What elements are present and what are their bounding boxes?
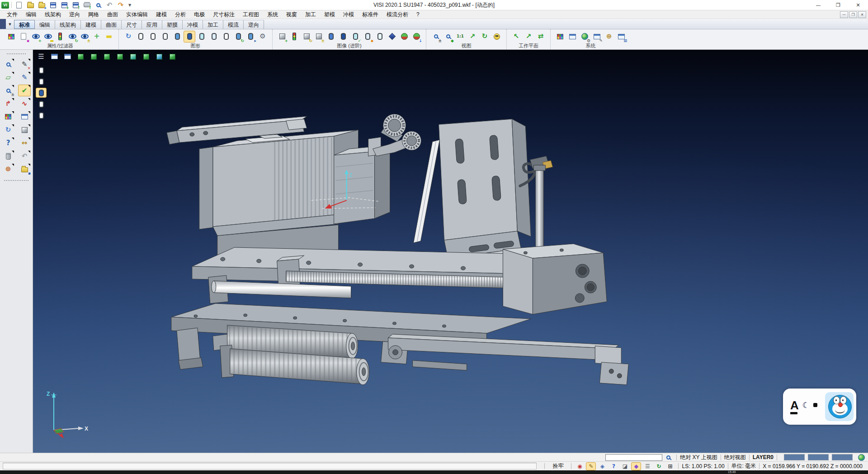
context-help-icon[interactable]: ?: [609, 462, 618, 470]
hidden-line-cylinder-icon[interactable]: [147, 31, 159, 43]
advanced-filter-icon[interactable]: [288, 31, 300, 43]
menu-item[interactable]: ?: [412, 10, 424, 19]
mdi-close-button[interactable]: ✕: [858, 11, 866, 18]
menu-item[interactable]: 分析: [171, 10, 190, 19]
layer-manager-icon[interactable]: [2, 111, 14, 123]
ghost-cylinder-icon[interactable]: [208, 31, 220, 43]
active-layer-indicator[interactable]: LAYER0: [753, 454, 774, 460]
color-swatch[interactable]: [784, 454, 805, 460]
mdi-restore-button[interactable]: ❐: [849, 11, 857, 18]
sketch-icon[interactable]: ✎: [18, 71, 31, 83]
filter-traffic-icon[interactable]: [54, 31, 66, 43]
machine-tools-icon[interactable]: ☸: [2, 163, 14, 175]
validate-cylinder-icon[interactable]: ✓: [349, 31, 361, 43]
menu-item[interactable]: 塑模: [320, 10, 339, 19]
mesh-cylinder-icon[interactable]: [220, 31, 232, 43]
measure-icon[interactable]: ↔: [18, 137, 31, 149]
save-icon[interactable]: [48, 0, 58, 9]
menu-item[interactable]: 文件: [3, 10, 22, 19]
new-file-icon[interactable]: [14, 0, 24, 9]
viewport[interactable]: Z ☰ Z X A: [33, 50, 868, 453]
iso-view-icon[interactable]: [75, 52, 86, 62]
help-icon[interactable]: ?: [2, 137, 14, 149]
save-as-icon[interactable]: +: [59, 0, 69, 9]
top-view-icon[interactable]: [101, 52, 112, 62]
menu-item[interactable]: 电极: [190, 10, 209, 19]
gem-icon[interactable]: ◆: [631, 462, 641, 470]
color-swatch[interactable]: [808, 454, 829, 460]
refresh-visibility-icon[interactable]: ↻: [66, 31, 78, 43]
shade-wireframe-icon[interactable]: [36, 65, 47, 75]
side-view-icon[interactable]: [127, 52, 138, 62]
menu-item[interactable]: 曲面: [103, 10, 122, 19]
menu-item[interactable]: 实体编辑: [122, 10, 152, 19]
advanced-toggle-icon[interactable]: ±: [313, 31, 325, 43]
color-palette-icon[interactable]: [554, 31, 566, 43]
toolbar-grip[interactable]: [4, 180, 29, 181]
update-shading-icon[interactable]: ↻: [232, 31, 244, 43]
snap-lock-icon[interactable]: ◉: [575, 462, 585, 470]
ribbon-tab[interactable]: 尺寸: [122, 20, 142, 29]
attribute-painter-icon[interactable]: [5, 31, 17, 43]
shaded-sphere-icon[interactable]: [398, 31, 410, 43]
undo-gray-icon[interactable]: ↶: [18, 150, 31, 162]
view-normal-icon[interactable]: [491, 31, 503, 43]
wcs-icon[interactable]: ↱: [2, 98, 14, 109]
menu-item[interactable]: 逆向: [65, 10, 84, 19]
save-all-icon[interactable]: ↑: [71, 0, 80, 9]
menu-item[interactable]: 加工: [301, 10, 320, 19]
matrix-icon[interactable]: ⊞: [615, 31, 627, 43]
menu-item[interactable]: 视窗: [282, 10, 301, 19]
transparent-cylinder-icon[interactable]: [196, 31, 208, 43]
undo-icon[interactable]: ↶: [104, 0, 114, 9]
pan-view-icon[interactable]: ↗: [467, 31, 478, 43]
bottom-view-icon[interactable]: [154, 52, 165, 62]
spline-icon[interactable]: ∿: [18, 98, 31, 109]
snap-settings-icon[interactable]: ⊕: [603, 31, 615, 43]
section-dark-cylinder-icon[interactable]: [337, 31, 349, 43]
axon-view-icon[interactable]: [167, 52, 178, 62]
ribbon-tab[interactable]: 逆向: [244, 20, 264, 29]
rotate-view-icon[interactable]: ↻: [479, 31, 491, 43]
menu-item[interactable]: 编辑: [22, 10, 41, 19]
view-mode-indicator[interactable]: 绝对 XY 上视图: [680, 454, 717, 461]
erase-icon[interactable]: ✎✕: [18, 58, 31, 70]
ribbon-tab[interactable]: 线架构: [55, 20, 81, 29]
print-icon[interactable]: ↑: [82, 0, 92, 9]
mdi-minimize-button[interactable]: —: [840, 11, 848, 18]
workplane-triad-icon[interactable]: ↖: [510, 31, 522, 43]
menu-item[interactable]: 模流分析: [382, 10, 412, 19]
ribbon-tab[interactable]: 塑膜: [162, 20, 183, 29]
add-visible-icon[interactable]: +: [91, 31, 103, 43]
close-button[interactable]: ✕: [848, 0, 868, 10]
attributes-dialog-icon[interactable]: [566, 31, 578, 43]
shaded-cylinder-icon[interactable]: [171, 31, 183, 43]
regen-view-icon[interactable]: ↻: [123, 31, 134, 43]
ribbon-tab[interactable]: 模流: [223, 20, 244, 29]
view-list-icon[interactable]: ☰: [36, 52, 47, 62]
smart-cursor-icon[interactable]: ◈: [597, 462, 607, 470]
zoom-one-to-one-icon[interactable]: 1:1: [454, 31, 466, 43]
globe-icon[interactable]: [856, 453, 866, 461]
hide-entities-icon[interactable]: ▬: [42, 31, 54, 43]
shaded-edges-cylinder-icon[interactable]: [184, 31, 195, 43]
insert-file-icon[interactable]: ▸: [37, 0, 47, 9]
redo-icon[interactable]: ↷: [116, 0, 126, 9]
solid-view-icon[interactable]: [386, 31, 398, 43]
confirm-icon[interactable]: ✔: [18, 85, 31, 96]
ribbon-tab[interactable]: 标准: [14, 20, 35, 29]
window-layout-icon[interactable]: [18, 111, 31, 123]
maximize-button[interactable]: ❐: [828, 0, 848, 10]
zoom-window-icon[interactable]: ±: [2, 85, 14, 96]
grid-snap-icon[interactable]: ⊞: [665, 462, 675, 470]
single-viewport-icon[interactable]: [49, 52, 60, 62]
ribbon-tab[interactable]: 编辑: [35, 20, 55, 29]
advanced-add-icon[interactable]: +: [276, 31, 288, 43]
solid-box-icon[interactable]: [18, 124, 31, 136]
workplane-entity-icon[interactable]: ↗: [523, 31, 534, 43]
plane-icon[interactable]: ▱: [2, 71, 14, 83]
export-sphere-icon[interactable]: ↓: [410, 31, 422, 43]
layer-list-icon[interactable]: ☰: [642, 462, 652, 470]
selection-filter-icon[interactable]: [2, 58, 14, 70]
tag-cylinder-icon[interactable]: ▪: [362, 31, 373, 43]
